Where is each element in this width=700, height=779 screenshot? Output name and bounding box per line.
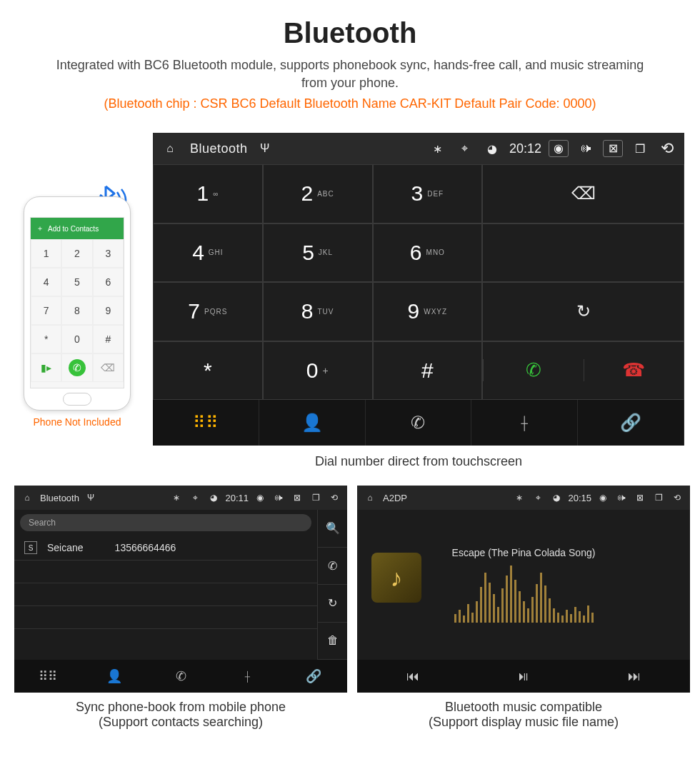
phone-header-label: Add to Contacts <box>48 225 99 233</box>
screenshot-icon[interactable]: ◉ <box>596 493 610 503</box>
hangup-button[interactable]: ☎ <box>584 359 684 381</box>
tab-pair[interactable]: 🔗 <box>281 660 347 693</box>
key-5[interactable]: 5JKL <box>263 223 373 283</box>
home-icon[interactable]: ⌂ <box>363 493 377 503</box>
empty-cell <box>482 223 684 283</box>
call-button[interactable]: ✆ <box>483 359 583 381</box>
tab-contacts[interactable]: 👤 <box>259 400 366 446</box>
wifi-icon: ◕ <box>206 493 221 503</box>
contact-initial-badge: S <box>24 541 37 554</box>
plus-icon: ＋ <box>36 223 44 233</box>
back-icon[interactable]: ⟲ <box>327 493 341 503</box>
phone-mockup: ＋ Add to Contacts 123 456 789 *0# ▮▸ ✆ ⌫… <box>13 196 141 428</box>
empty-row <box>14 583 317 606</box>
screenshot-icon[interactable]: ◉ <box>549 140 569 157</box>
side-delete[interactable]: 🗑 <box>317 623 347 660</box>
track-title: Escape (The Pina Colada Song) <box>452 547 596 558</box>
contact-row[interactable]: S Seicane 13566664466 <box>14 536 317 561</box>
dial-pad: 1∞ 2ABC 3DEF 4GHI 5JKL 6MNO 7PQRS 8TUV 9… <box>153 164 482 400</box>
headunit-music: ⌂ A2DP ∗ ⌖ ◕ 20:15 ◉ 🕪 ⊠ ❐ ⟲ ♪ Escape (T… <box>357 486 690 693</box>
contact-name: Seicane <box>47 542 84 553</box>
recents-icon[interactable]: ❐ <box>630 142 650 156</box>
side-call[interactable]: ✆ <box>317 548 347 585</box>
volume-icon[interactable]: 🕪 <box>576 142 596 155</box>
volume-icon[interactable]: 🕪 <box>271 493 286 503</box>
call-icon: ✆ <box>69 359 86 376</box>
bottom-tabs: ⠿⠿ 👤 ✆ ⟊ 🔗 <box>153 400 684 446</box>
bluetooth-icon: ∗ <box>512 493 526 503</box>
link-icon: 🔗 <box>620 413 641 433</box>
close-icon[interactable]: ⊠ <box>633 493 647 503</box>
key-1[interactable]: 1∞ <box>153 164 263 223</box>
usb-icon: Ψ <box>84 493 98 503</box>
back-icon[interactable]: ⟲ <box>670 493 684 503</box>
phone-keypad: 123 456 789 *0# ▮▸ ✆ ⌫ <box>31 239 124 382</box>
tab-bluetooth[interactable]: ⟊ <box>214 660 281 693</box>
close-icon[interactable]: ⊠ <box>603 140 623 157</box>
tab-contacts[interactable]: 👤 <box>81 660 147 693</box>
key-4[interactable]: 4GHI <box>153 223 263 283</box>
key-hash[interactable]: # <box>373 341 483 401</box>
next-button[interactable]: ⏭ <box>579 660 690 693</box>
location-icon: ⌖ <box>188 493 202 503</box>
home-icon[interactable]: ⌂ <box>20 493 34 503</box>
refresh-button[interactable]: ↻ <box>482 282 684 341</box>
contact-number: 13566664466 <box>115 542 176 553</box>
caption-dialer: Dial number direct from touchscreen <box>153 454 684 469</box>
wifi-icon: ◕ <box>482 142 502 156</box>
back-icon[interactable]: ⟲ <box>657 139 677 158</box>
key-6[interactable]: 6MNO <box>373 223 483 283</box>
key-star[interactable]: * <box>153 341 263 401</box>
prev-button[interactable]: ⏮ <box>357 660 468 693</box>
phone-note: Phone Not Included <box>13 416 141 428</box>
album-art: ♪ <box>371 553 421 603</box>
phone-home-button <box>63 393 91 406</box>
location-icon: ⌖ <box>455 142 475 155</box>
tab-recent[interactable]: ✆ <box>366 400 472 446</box>
home-icon[interactable]: ⌂ <box>160 142 180 155</box>
key-9[interactable]: 9WXYZ <box>373 282 483 341</box>
recents-icon[interactable]: ❐ <box>651 493 666 503</box>
tab-keypad[interactable]: ⠿⠿ <box>14 660 81 693</box>
play-button[interactable]: ⏯ <box>468 660 579 693</box>
screenshot-icon[interactable]: ◉ <box>253 493 267 503</box>
tab-pair[interactable]: 🔗 <box>578 400 684 446</box>
close-icon[interactable]: ⊠ <box>290 493 304 503</box>
location-icon: ⌖ <box>531 493 545 503</box>
key-2[interactable]: 2ABC <box>263 164 373 223</box>
bluetooth-icon: ∗ <box>169 493 184 503</box>
status-time: 20:12 <box>509 141 541 156</box>
backspace-button[interactable]: ⌫ <box>482 164 684 223</box>
caption-music: Bluetooth music compatible (Support disp… <box>357 700 690 730</box>
tab-keypad[interactable]: ⠿⠿ <box>153 400 259 446</box>
person-icon: 👤 <box>301 413 323 433</box>
statusbar: ⌂ Bluetooth Ψ ∗ ⌖ ◕ 20:12 ◉ 🕪 ⊠ ❐ ⟲ <box>153 133 684 164</box>
search-input[interactable]: Search <box>20 514 311 531</box>
key-7[interactable]: 7PQRS <box>153 282 263 341</box>
wifi-icon: ◕ <box>549 493 564 503</box>
side-refresh[interactable]: ↻ <box>317 585 347 623</box>
statusbar-music: ⌂ A2DP ∗ ⌖ ◕ 20:15 ◉ 🕪 ⊠ ❐ ⟲ <box>357 486 690 510</box>
tab-bluetooth[interactable]: ⟊ <box>471 400 578 446</box>
video-icon: ▮▸ <box>41 362 51 373</box>
caption-contacts: Sync phone-book from mobile phone (Suppo… <box>14 700 347 730</box>
side-search[interactable]: 🔍 <box>317 510 347 548</box>
bluetooth-icon: ∗ <box>428 142 448 156</box>
usb-icon: Ψ <box>255 142 275 155</box>
key-8[interactable]: 8TUV <box>263 282 373 341</box>
keypad-icon: ⠿⠿ <box>193 413 219 433</box>
visualizer <box>416 566 631 623</box>
recents-icon[interactable]: ❐ <box>309 493 323 503</box>
empty-row <box>14 606 317 629</box>
page-specs: (Bluetooth chip : CSR BC6 Default Blueto… <box>0 92 700 121</box>
headunit-dialer: ⌂ Bluetooth Ψ ∗ ⌖ ◕ 20:12 ◉ 🕪 ⊠ ❐ ⟲ 1∞ 2… <box>153 133 684 446</box>
key-0[interactable]: 0+ <box>263 341 373 401</box>
headunit-contacts: ⌂ Bluetooth Ψ ∗ ⌖ ◕ 20:11 ◉ 🕪 ⊠ ❐ ⟲ Sear… <box>14 486 347 693</box>
empty-row <box>14 561 317 583</box>
bluetooth-tab-icon: ⟊ <box>519 413 529 433</box>
tab-recent[interactable]: ✆ <box>147 660 214 693</box>
status-title: Bluetooth <box>190 141 248 156</box>
key-3[interactable]: 3DEF <box>373 164 483 223</box>
volume-icon[interactable]: 🕪 <box>614 493 629 503</box>
page-title: Bluetooth <box>0 0 700 49</box>
